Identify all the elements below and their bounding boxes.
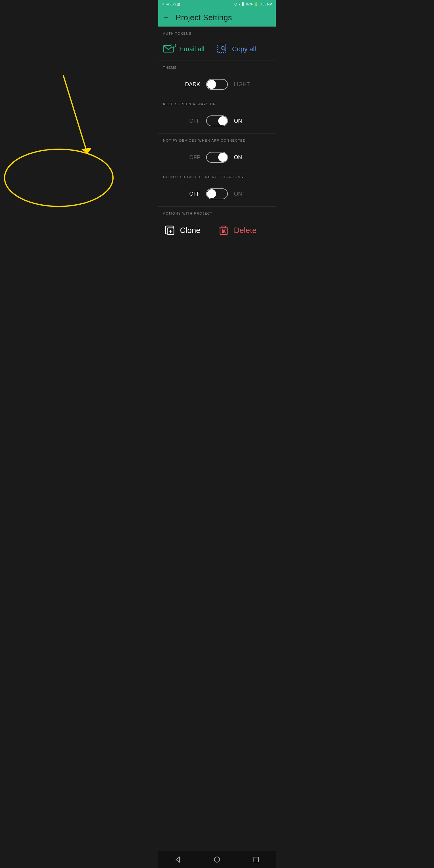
section-keep-screen: KEEP SCREEN ALWAYS ON: [158, 97, 276, 108]
bluetooth-icon: ⬡: [234, 2, 237, 6]
clock: 3:55 PM: [260, 2, 272, 6]
recent-nav-icon: [253, 856, 260, 863]
home-nav-icon: [213, 856, 221, 863]
project-actions-row: Clone Delete: [158, 218, 276, 243]
email-all-label: Email all: [179, 45, 204, 53]
keep-screen-toggle-thumb: [218, 116, 227, 125]
theme-toggle[interactable]: [206, 79, 228, 90]
notify-toggle-section: OFF ON: [158, 145, 276, 170]
nav-recent-button[interactable]: [252, 855, 261, 864]
back-button[interactable]: ←: [163, 13, 170, 22]
offline-off-label: OFF: [179, 191, 200, 197]
keep-screen-toggle-row: OFF ON: [163, 113, 271, 129]
offline-toggle-track: [206, 188, 228, 199]
app-bar: ← Project Settings: [158, 8, 276, 27]
svg-point-4: [221, 46, 224, 50]
signal-icon: ▋: [242, 2, 244, 6]
mail-icon: ✉: [162, 3, 164, 6]
svg-rect-24: [254, 857, 258, 862]
content-area: AUTH TOKENS 0 Email all: [158, 27, 276, 261]
theme-toggle-row: DARK LIGHT: [163, 76, 271, 93]
svg-point-23: [214, 857, 220, 862]
email-icon: 0: [163, 44, 176, 55]
clone-icon: [163, 224, 176, 237]
notify-on-label: ON: [234, 154, 255, 161]
keep-screen-toggle-section: OFF ON: [158, 108, 276, 133]
back-nav-icon: [174, 856, 181, 863]
delete-icon: [217, 224, 230, 237]
status-bar: ✉ 74 KB/s 🖼 ⬡ ▾ ▋ 82% 🔋 3:55 PM: [158, 0, 276, 8]
svg-text:0: 0: [173, 44, 174, 47]
section-theme: THEME: [158, 61, 276, 72]
svg-marker-22: [176, 857, 180, 862]
battery-icon: 🔋: [254, 2, 258, 6]
notify-toggle[interactable]: [206, 152, 228, 163]
nav-back-button[interactable]: [173, 855, 182, 864]
page-title: Project Settings: [176, 13, 232, 22]
offline-toggle-thumb: [207, 189, 216, 198]
notify-toggle-track: [206, 152, 228, 163]
theme-toggle-track: [206, 79, 228, 90]
section-offline: DO NOT SHOW OFFLINE NOTIFICATIONS: [158, 170, 276, 181]
offline-toggle-section: OFF ON: [158, 181, 276, 207]
copy-all-button[interactable]: Copy all: [217, 44, 271, 55]
delete-label: Delete: [234, 226, 256, 235]
section-notify: NOTIFY DEVICES WHEN APP CONNECTED: [158, 134, 276, 145]
keep-screen-off-label: OFF: [179, 118, 200, 124]
bottom-nav: [158, 851, 276, 868]
theme-toggle-section: DARK LIGHT: [158, 72, 276, 97]
offline-on-label: ON: [234, 191, 255, 197]
notify-off-label: OFF: [179, 154, 200, 161]
wifi-icon: ▾: [239, 2, 241, 6]
notify-toggle-thumb: [218, 153, 227, 162]
offline-toggle[interactable]: [206, 188, 228, 199]
notify-toggle-row: OFF ON: [163, 149, 271, 166]
copy-all-label: Copy all: [232, 45, 256, 53]
nav-home-button[interactable]: [213, 855, 221, 864]
delete-button[interactable]: Delete: [217, 224, 271, 237]
clone-label: Clone: [180, 226, 200, 235]
status-left: ✉ 74 KB/s 🖼: [162, 3, 180, 6]
keep-screen-toggle[interactable]: [206, 116, 228, 126]
svg-rect-13: [222, 226, 225, 228]
keep-screen-on-label: ON: [234, 118, 255, 124]
clone-button[interactable]: Clone: [163, 224, 217, 237]
email-all-button[interactable]: 0 Email all: [163, 44, 217, 55]
copy-icon: [217, 44, 228, 55]
theme-toggle-thumb: [207, 80, 216, 89]
image-icon: 🖼: [177, 3, 180, 6]
light-label: LIGHT: [234, 82, 255, 88]
status-right: ⬡ ▾ ▋ 82% 🔋 3:55 PM: [234, 2, 272, 6]
section-actions: ACTIONS WITH PROJECT: [158, 207, 276, 218]
battery-level: 82%: [246, 2, 253, 6]
dark-label: DARK: [179, 82, 200, 88]
kb-speed: 74 KB/s: [165, 3, 176, 6]
keep-screen-toggle-track: [206, 116, 228, 126]
auth-tokens-actions: 0 Email all Copy all: [158, 38, 276, 61]
section-auth-tokens: AUTH TOKENS: [158, 27, 276, 38]
offline-toggle-row: OFF ON: [163, 185, 271, 202]
